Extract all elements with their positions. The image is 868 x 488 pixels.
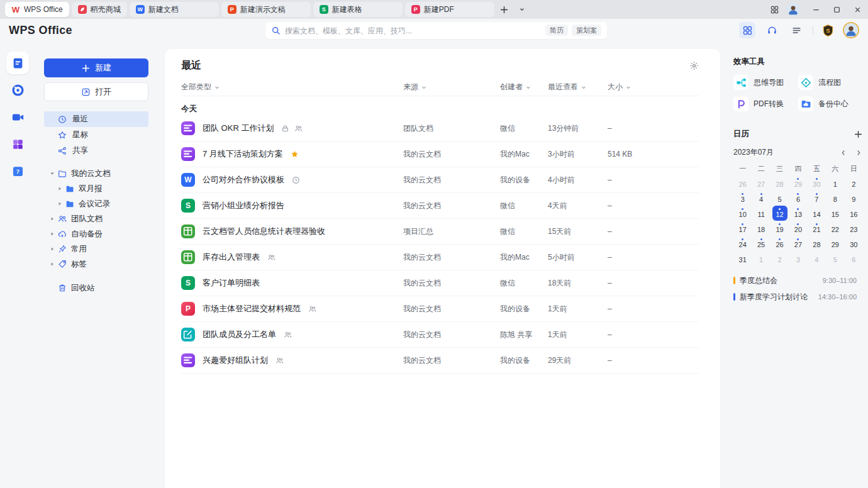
filter-size[interactable]: 大小: [608, 82, 632, 92]
rail-item-documents[interactable]: [6, 52, 29, 74]
maximize-button[interactable]: [826, 0, 847, 19]
new-button[interactable]: 新建: [44, 58, 148, 77]
add-event-icon[interactable]: [854, 130, 863, 139]
calendar-day[interactable]: 11: [752, 206, 770, 221]
calendar-day[interactable]: 30: [808, 175, 826, 191]
calendar-day[interactable]: 1: [752, 251, 770, 266]
calendar-day[interactable]: 3: [733, 191, 752, 206]
minimize-button[interactable]: [806, 0, 826, 19]
calendar-day[interactable]: 3: [789, 251, 807, 266]
calendar-day[interactable]: 2: [845, 175, 863, 191]
search-bar[interactable]: 简历策划案: [265, 22, 607, 39]
file-row[interactable]: 云文档管人员信息统计表理器验收项目汇总微信15天前–: [181, 219, 699, 245]
close-button[interactable]: [847, 0, 868, 19]
tab-wps-office[interactable]: WWPS Office: [5, 2, 69, 17]
calendar-day[interactable]: 2: [771, 251, 789, 266]
rail-item-recent-circle[interactable]: [6, 79, 29, 101]
search-hot-tag[interactable]: 简历: [545, 25, 568, 36]
calendar-day[interactable]: 27: [752, 175, 770, 191]
calendar-day[interactable]: 16: [845, 206, 863, 221]
filter-creator[interactable]: 创建者: [500, 82, 531, 92]
open-button[interactable]: 打开: [44, 82, 148, 101]
filter-viewed[interactable]: 最近查看: [548, 82, 587, 92]
tab-list-chevron[interactable]: [515, 2, 530, 17]
task-list-button[interactable]: [788, 22, 804, 38]
avatar[interactable]: [843, 22, 859, 38]
settings-gear-icon[interactable]: [689, 61, 699, 70]
tool-mindmap[interactable]: 思维导图: [733, 75, 798, 90]
caret-down-icon[interactable]: [49, 170, 55, 177]
filter-type[interactable]: 全部类型: [181, 82, 220, 92]
file-row[interactable]: S客户订单明细表我的云文档微信18天前–: [181, 270, 699, 296]
sidebar-item-bimonthly-report[interactable]: 双月报: [44, 181, 148, 196]
calendar-day[interactable]: 26: [733, 175, 752, 191]
calendar-day[interactable]: 12: [771, 206, 789, 221]
calendar-day[interactable]: 22: [826, 221, 844, 236]
sidebar-item-frequent[interactable]: 常用: [44, 241, 148, 257]
file-row[interactable]: 库存出入管理表我的云文档我的Mac5小时前–: [181, 245, 699, 270]
file-row[interactable]: W公司对外合作协议模板我的云文档我的设备4小时前–: [181, 167, 699, 193]
file-row[interactable]: 团队成员及分工名单我的云文档陈旭 共享1天前–: [181, 322, 699, 348]
calendar-day[interactable]: 29: [826, 236, 844, 251]
calendar-day[interactable]: 20: [789, 221, 807, 236]
sidebar-item-auto-backup[interactable]: 自动备份: [44, 226, 148, 241]
sidebar-item-shared[interactable]: 共享: [44, 143, 148, 158]
tool-backup-center[interactable]: 备份中心: [798, 96, 863, 111]
rail-item-meeting[interactable]: [6, 106, 29, 128]
filter-source[interactable]: 来源: [403, 82, 427, 92]
calendar-day[interactable]: 10: [733, 206, 752, 221]
support-button[interactable]: [764, 22, 780, 38]
calendar-event[interactable]: 季度总结会9:30–11:00: [733, 272, 863, 289]
tab-new-ppt[interactable]: P新建演示文稿: [221, 2, 311, 17]
calendar-day[interactable]: 17: [733, 221, 752, 236]
calendar-day[interactable]: 6: [845, 251, 863, 266]
calendar-day[interactable]: 23: [845, 221, 863, 236]
calendar-day[interactable]: 5: [771, 191, 789, 206]
caret-right-icon[interactable]: [57, 186, 63, 192]
calendar-day[interactable]: 5: [826, 251, 844, 266]
sidebar-item-my-cloud-docs[interactable]: 我的云文档: [44, 166, 148, 181]
calendar-day[interactable]: 13: [789, 206, 807, 221]
chevron-right-icon[interactable]: [854, 148, 863, 157]
file-row[interactable]: 7 月线下活动策划方案我的云文档我的Mac3小时前514 KB: [181, 141, 699, 167]
caret-right-icon[interactable]: [49, 261, 55, 267]
calendar-event[interactable]: 新季度学习计划讨论14:30–16:00: [733, 289, 863, 305]
calendar-day[interactable]: 19: [771, 221, 789, 236]
calendar-day[interactable]: 18: [752, 221, 770, 236]
search-input[interactable]: [285, 26, 537, 35]
tab-new-doc[interactable]: W新建文档: [130, 2, 219, 17]
file-row[interactable]: 兴趣爱好组队计划我的云文档我的设备29天前–: [181, 348, 699, 374]
chevron-left-icon[interactable]: [839, 148, 848, 157]
calendar-day[interactable]: 21: [808, 221, 826, 236]
calendar-day[interactable]: 4: [752, 191, 770, 206]
tab-docer-store[interactable]: 稻壳商城: [72, 2, 127, 17]
calendar-day[interactable]: 28: [808, 236, 826, 251]
sidebar-item-team-docs[interactable]: 团队文档: [44, 211, 148, 226]
tab-new-sheet[interactable]: S新建表格: [313, 2, 403, 17]
rail-item-calendar[interactable]: 7: [6, 160, 29, 182]
calendar-day[interactable]: 8: [826, 191, 844, 206]
vip-badge-icon[interactable]: S: [821, 24, 835, 37]
tool-pdf-convert[interactable]: PDF转换: [733, 96, 798, 111]
sidebar-item-tags[interactable]: 标签: [44, 257, 148, 272]
calendar-day[interactable]: 29: [789, 175, 807, 191]
file-row[interactable]: 团队 OKR 工作计划团队文档微信13分钟前–: [181, 116, 699, 141]
calendar-day[interactable]: 4: [808, 251, 826, 266]
workbench-grid-button[interactable]: [767, 2, 782, 17]
calendar-day[interactable]: 7: [808, 191, 826, 206]
caret-right-icon[interactable]: [49, 216, 55, 222]
rail-item-apps[interactable]: [6, 133, 29, 155]
caret-right-icon[interactable]: [57, 201, 63, 207]
calendar-day[interactable]: 28: [771, 175, 789, 191]
avatar[interactable]: [787, 3, 799, 16]
caret-right-icon[interactable]: [49, 231, 55, 237]
calendar-day[interactable]: 27: [789, 236, 807, 251]
sidebar-item-starred[interactable]: 星标: [44, 127, 148, 143]
calendar-day[interactable]: 9: [845, 191, 863, 206]
file-row[interactable]: P市场主体登记提交材料规范我的云文档我的设备1天前–: [181, 296, 699, 322]
calendar-day[interactable]: 25: [752, 236, 770, 251]
apps-grid-button[interactable]: [739, 22, 755, 38]
caret-right-icon[interactable]: [49, 246, 55, 252]
calendar-day[interactable]: 14: [808, 206, 826, 221]
file-row[interactable]: S营销小组业绩分析报告我的云文档微信4天前–: [181, 193, 699, 219]
